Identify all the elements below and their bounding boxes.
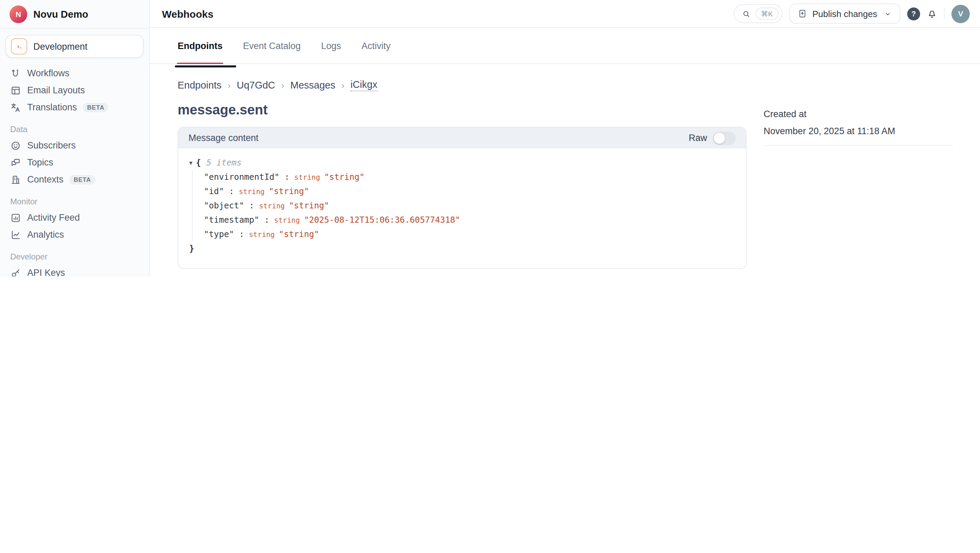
message-content-header: Message content Raw bbox=[178, 127, 746, 148]
breadcrumb-item[interactable]: Messages bbox=[290, 80, 335, 91]
workflow-icon bbox=[10, 68, 21, 79]
sidebar-item-label: Analytics bbox=[27, 229, 64, 240]
email-layouts-icon bbox=[10, 85, 21, 96]
publish-icon bbox=[797, 8, 808, 19]
json-close-line: } bbox=[189, 242, 735, 256]
translate-icon bbox=[10, 102, 21, 113]
sidebar-item-label: API Keys bbox=[27, 268, 65, 276]
json-field: "timestamp" :string"2025-08-12T15:06:36.… bbox=[204, 213, 735, 228]
raw-toggle-label: Raw bbox=[689, 133, 707, 143]
beta-badge: BETA bbox=[83, 102, 108, 112]
breadcrumb-separator: › bbox=[282, 80, 285, 90]
breadcrumb-item[interactable]: Uq7GdC bbox=[237, 80, 275, 91]
created-at-label: Created at bbox=[764, 109, 953, 119]
tab-event-catalog[interactable]: Event Catalog bbox=[243, 28, 301, 63]
json-key: "id" bbox=[204, 185, 224, 199]
topics-icon bbox=[10, 157, 21, 168]
app-window: N Novu Demo Development WorkflowsEmail L… bbox=[0, 0, 980, 276]
json-field: "type" :string"string" bbox=[204, 228, 735, 242]
created-at-rule bbox=[764, 145, 953, 146]
help-button[interactable]: ? bbox=[907, 7, 920, 20]
analytics-icon bbox=[10, 229, 21, 240]
sidebar-item-translations[interactable]: TranslationsBETA bbox=[5, 99, 143, 116]
search-button[interactable]: ⌘K bbox=[733, 4, 782, 23]
sidebar-item-label: Translations bbox=[27, 102, 77, 112]
json-type-label: string bbox=[294, 170, 320, 185]
topbar-divider bbox=[944, 8, 945, 19]
sidebar-section-title: Developer bbox=[5, 246, 143, 264]
sidebar-nav: WorkflowsEmail LayoutsTranslationsBETADa… bbox=[0, 58, 149, 276]
notifications-bell-icon[interactable] bbox=[927, 8, 937, 19]
message-content-title: Message content bbox=[189, 133, 259, 143]
subscribers-icon bbox=[10, 140, 21, 151]
org-switcher[interactable]: N Novu Demo bbox=[0, 0, 149, 28]
json-type-label: string bbox=[259, 199, 285, 213]
sidebar-item-email-layouts[interactable]: Email Layouts bbox=[5, 82, 143, 99]
json-type-label: string bbox=[239, 185, 265, 199]
json-field: "environmentId" :string"string" bbox=[204, 170, 735, 185]
json-children: "environmentId" :string"string""id" :str… bbox=[192, 170, 735, 242]
sidebar-item-analytics[interactable]: Analytics bbox=[5, 226, 143, 243]
sidebar-item-label: Activity Feed bbox=[27, 212, 80, 223]
sidebar-item-label: Workflows bbox=[27, 68, 69, 78]
user-avatar[interactable]: V bbox=[951, 5, 970, 23]
topbar: Webhooks ⌘K Publish changes ? V bbox=[150, 0, 980, 28]
activity-feed-icon bbox=[10, 212, 21, 223]
message-content-panel: Message content Raw ▼{5 items"environmen… bbox=[178, 127, 746, 269]
sidebar-section-title: Monitor bbox=[5, 191, 143, 209]
api-keys-icon bbox=[10, 267, 21, 276]
beta-badge: BETA bbox=[70, 175, 95, 184]
org-logo: N bbox=[10, 5, 27, 23]
breadcrumb-separator: › bbox=[228, 80, 231, 90]
webhook-portal: Endpoints›Uq7GdC›Messages›iCikgx message… bbox=[150, 64, 980, 276]
sidebar-item-label: Contexts bbox=[27, 174, 64, 185]
sidebar: N Novu Demo Development WorkflowsEmail L… bbox=[0, 0, 150, 276]
environment-switcher[interactable]: Development bbox=[5, 35, 143, 58]
environment-label: Development bbox=[33, 41, 88, 51]
tab-activity[interactable]: Activity bbox=[361, 28, 391, 63]
json-field: "id" :string"string" bbox=[204, 185, 735, 199]
sidebar-item-api-keys[interactable]: API Keys bbox=[5, 264, 143, 276]
sidebar-item-label: Subscribers bbox=[27, 140, 76, 150]
message-type-title: message.sent bbox=[178, 102, 746, 118]
json-value: "string" bbox=[324, 170, 364, 185]
sidebar-divider bbox=[0, 28, 149, 29]
sidebar-item-contexts[interactable]: ContextsBETA bbox=[5, 171, 143, 188]
tabs-bar: EndpointsEvent CatalogLogsActivity bbox=[150, 28, 980, 64]
org-name: Novu Demo bbox=[33, 9, 88, 20]
json-key: "type" bbox=[204, 228, 234, 242]
sidebar-item-label: Email Layouts bbox=[27, 85, 85, 96]
breadcrumb-item[interactable]: Endpoints bbox=[178, 80, 221, 91]
breadcrumb: Endpoints›Uq7GdC›Messages›iCikgx bbox=[178, 79, 953, 91]
sidebar-item-workflows[interactable]: Workflows bbox=[5, 65, 143, 82]
json-type-label: string bbox=[274, 213, 300, 228]
created-at-block: Created at November 20, 2025 at 11:18 AM bbox=[764, 91, 953, 146]
sidebar-item-activity-feed[interactable]: Activity Feed bbox=[5, 209, 143, 226]
terminal-icon bbox=[11, 38, 27, 54]
sidebar-item-subscribers[interactable]: Subscribers bbox=[5, 137, 143, 154]
json-value: "string" bbox=[289, 199, 329, 213]
raw-toggle[interactable] bbox=[713, 131, 736, 145]
json-key: "timestamp" bbox=[204, 213, 259, 228]
json-value: "string" bbox=[269, 185, 309, 199]
json-value: "string" bbox=[279, 228, 319, 242]
contexts-icon bbox=[10, 174, 21, 185]
json-viewer: ▼{5 items"environmentId" :string"string"… bbox=[178, 148, 746, 268]
json-colon: : bbox=[224, 185, 234, 199]
json-colon: : bbox=[259, 213, 269, 228]
json-field: "object" :string"string" bbox=[204, 199, 735, 213]
json-key: "object" bbox=[204, 199, 244, 213]
publish-label: Publish changes bbox=[812, 8, 877, 19]
breadcrumb-item[interactable]: iCikgx bbox=[350, 79, 377, 91]
portal-tab-indicator bbox=[175, 65, 236, 67]
created-at-value: November 20, 2025 at 11:18 AM bbox=[764, 126, 953, 136]
json-collapse-caret-icon[interactable]: ▼ bbox=[189, 156, 192, 170]
tab-endpoints[interactable]: Endpoints bbox=[178, 28, 223, 63]
search-icon bbox=[740, 8, 751, 19]
chevron-down-icon bbox=[882, 8, 893, 19]
json-colon: : bbox=[279, 170, 290, 185]
publish-changes-button[interactable]: Publish changes bbox=[789, 3, 900, 24]
json-items-note: 5 items bbox=[206, 156, 242, 170]
tab-logs[interactable]: Logs bbox=[321, 28, 341, 63]
sidebar-item-topics[interactable]: Topics bbox=[5, 154, 143, 171]
